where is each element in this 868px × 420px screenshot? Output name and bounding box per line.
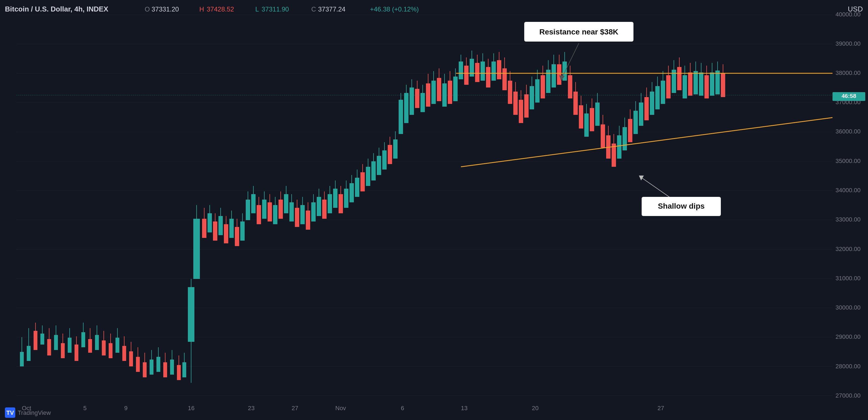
svg-text:37331.20: 37331.20 (152, 5, 179, 13)
svg-rect-168 (470, 59, 474, 77)
svg-rect-192 (535, 79, 539, 103)
svg-rect-190 (530, 86, 534, 109)
svg-rect-254 (705, 75, 709, 99)
svg-rect-76 (218, 216, 223, 235)
svg-rect-148 (415, 89, 420, 108)
svg-rect-216 (601, 124, 605, 148)
svg-rect-32 (74, 344, 79, 361)
svg-rect-146 (409, 87, 414, 115)
svg-rect-140 (393, 139, 398, 159)
svg-rect-106 (300, 205, 305, 224)
svg-text:46:58: 46:58 (841, 93, 856, 99)
svg-rect-98 (279, 200, 283, 219)
svg-rect-54 (150, 360, 153, 374)
svg-text:39000.00: 39000.00 (836, 40, 861, 47)
svg-rect-200 (557, 64, 561, 85)
svg-rect-102 (289, 202, 294, 222)
svg-rect-80 (229, 219, 234, 238)
svg-rect-68 (193, 219, 200, 279)
svg-rect-238 (661, 81, 665, 104)
svg-rect-134 (377, 156, 381, 175)
svg-rect-136 (382, 150, 386, 170)
svg-text:38000.00: 38000.00 (836, 69, 861, 76)
svg-text:TradingView: TradingView (18, 409, 51, 416)
svg-rect-26 (54, 335, 58, 350)
svg-rect-174 (486, 67, 490, 87)
svg-rect-222 (617, 135, 621, 159)
svg-rect-182 (508, 81, 512, 104)
svg-text:+46.38 (+0.12%): +46.38 (+0.12%) (370, 5, 419, 13)
svg-rect-260 (721, 73, 725, 97)
svg-rect-38 (95, 335, 99, 350)
svg-text:13: 13 (461, 405, 467, 412)
svg-text:30000.00: 30000.00 (836, 304, 861, 311)
svg-rect-236 (655, 86, 660, 109)
svg-rect-62 (188, 287, 194, 342)
svg-rect-186 (519, 100, 523, 123)
svg-rect-166 (464, 66, 469, 85)
svg-text:27000.00: 27000.00 (836, 392, 861, 399)
svg-rect-126 (355, 178, 359, 197)
svg-text:27: 27 (657, 405, 664, 412)
svg-rect-30 (68, 338, 71, 353)
svg-rect-22 (40, 334, 44, 344)
svg-rect-82 (235, 227, 239, 246)
svg-rect-240 (666, 75, 671, 99)
svg-rect-122 (344, 189, 348, 208)
svg-text:Resistance near $38K: Resistance near $38K (539, 28, 618, 36)
svg-rect-246 (683, 75, 687, 99)
svg-text:31000.00: 31000.00 (836, 275, 861, 282)
svg-rect-232 (644, 97, 649, 120)
svg-rect-230 (639, 103, 643, 126)
svg-text:Bitcoin / U.S. Dollar, 4h, IND: Bitcoin / U.S. Dollar, 4h, INDEX (5, 5, 108, 13)
svg-rect-28 (61, 343, 65, 358)
svg-rect-46 (122, 346, 126, 361)
svg-text:TV: TV (6, 409, 14, 416)
svg-rect-226 (628, 119, 632, 142)
svg-rect-20 (34, 331, 37, 350)
svg-rect-90 (257, 205, 261, 224)
svg-rect-112 (317, 197, 321, 216)
svg-rect-42 (109, 343, 113, 358)
svg-rect-74 (213, 222, 217, 241)
svg-text:35000.00: 35000.00 (836, 158, 861, 164)
svg-rect-188 (524, 94, 529, 118)
svg-text:37311.90: 37311.90 (261, 5, 289, 13)
svg-rect-150 (421, 93, 425, 112)
svg-rect-198 (552, 64, 556, 87)
svg-rect-172 (480, 61, 485, 81)
svg-rect-170 (475, 63, 479, 82)
svg-rect-48 (129, 352, 133, 366)
svg-rect-250 (693, 71, 698, 94)
chart-container: Resistance near $38K Shallow dips 40000.… (0, 0, 868, 420)
svg-rect-70 (202, 219, 207, 238)
svg-text:Shallow dips: Shallow dips (658, 202, 705, 210)
svg-rect-142 (399, 100, 403, 134)
svg-rect-94 (268, 202, 272, 222)
svg-rect-132 (371, 161, 376, 180)
svg-rect-108 (306, 211, 310, 230)
svg-rect-248 (688, 73, 692, 96)
svg-rect-244 (677, 67, 682, 90)
svg-rect-66 (182, 362, 186, 377)
svg-rect-252 (699, 73, 703, 96)
svg-rect-128 (361, 172, 365, 191)
svg-rect-72 (208, 213, 212, 232)
svg-rect-164 (459, 61, 463, 79)
svg-rect-84 (240, 222, 245, 241)
svg-rect-110 (311, 202, 316, 222)
svg-text:C: C (311, 5, 316, 13)
svg-rect-180 (502, 68, 507, 90)
svg-text:33000.00: 33000.00 (836, 216, 861, 223)
svg-text:O: O (145, 5, 150, 13)
svg-rect-224 (623, 127, 627, 150)
svg-rect-178 (497, 60, 501, 79)
svg-rect-78 (224, 224, 228, 243)
svg-rect-176 (492, 61, 496, 81)
svg-rect-100 (284, 194, 288, 213)
svg-rect-258 (715, 71, 720, 94)
svg-rect-56 (156, 357, 160, 372)
svg-rect-52 (143, 362, 147, 377)
svg-rect-194 (540, 75, 545, 99)
svg-text:USD: USD (848, 5, 863, 13)
